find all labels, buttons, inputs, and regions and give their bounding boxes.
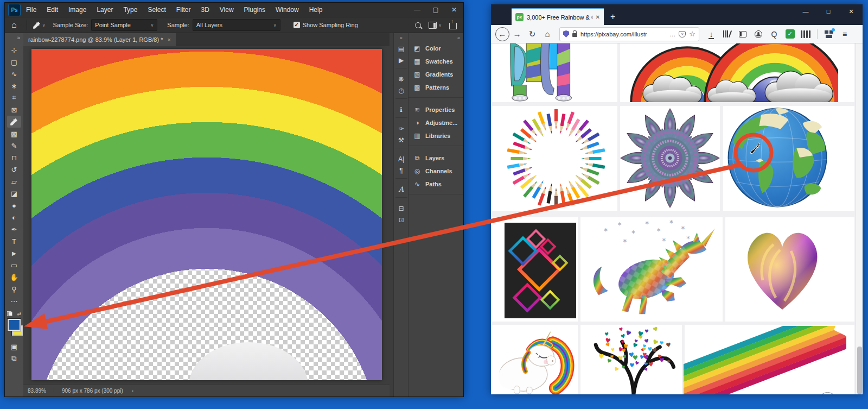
screen-mode-button[interactable]: ⧉ (7, 353, 21, 364)
canvas[interactable] (31, 49, 382, 380)
pen-tool[interactable]: ✒ (7, 223, 21, 235)
clone-stamp-tool[interactable]: ⊓ (7, 152, 21, 163)
extensions-icon[interactable] (822, 28, 835, 41)
close-icon[interactable]: × (167, 36, 170, 43)
panel-tab-properties[interactable]: ≋Properties (409, 103, 463, 116)
panel-tab-gradients[interactable]: ▧Gradients (409, 68, 463, 81)
home-button[interactable]: ⌂ (540, 29, 555, 39)
gradient-tool[interactable]: ◪ (7, 187, 21, 199)
menu-image[interactable]: Image (68, 6, 86, 14)
reload-button[interactable]: ↻ (525, 29, 540, 39)
menu-3d[interactable]: 3D (201, 6, 209, 14)
panel-tab-adjustme[interactable]: ◑Adjustme... (409, 116, 463, 129)
zoom-tool[interactable]: ⚲ (7, 283, 21, 295)
heart-tree-illustration[interactable]: ♥♥♥♥♥♥♥♥♥♥♥♥♥♥♥♥♥♥♥♥♥♥♥♥♥♥♥♥♥♥♥♥♥♥♥♥♥♥♥♥… (584, 326, 681, 394)
minimize-button[interactable]: — (794, 4, 817, 18)
diamond-pattern-illustration[interactable] (505, 223, 576, 318)
tracking-shield-icon[interactable] (563, 30, 569, 37)
healing-brush-tool[interactable]: ▩ (7, 128, 21, 140)
pocket-icon[interactable]: ∨ (679, 31, 686, 37)
menu-filter[interactable]: Filter (176, 6, 191, 14)
scrollbar[interactable] (856, 43, 863, 394)
forward-button[interactable]: → (509, 29, 525, 39)
blur-tool[interactable]: ● (7, 199, 21, 211)
checker-extension-icon[interactable]: ✓ (783, 28, 796, 41)
menu-help[interactable]: Help (309, 6, 323, 14)
version-history-panel-icon[interactable]: ▤ (395, 43, 407, 54)
globe-illustration[interactable] (724, 104, 831, 211)
show-sampling-ring-checkbox[interactable]: ✓ (293, 22, 300, 28)
bookmark-star-icon[interactable]: ☆ (689, 30, 695, 38)
close-tab-icon[interactable]: ✕ (596, 14, 600, 20)
hand-tool[interactable]: ✋ (7, 271, 21, 283)
notes-panel-icon[interactable]: ⊟ (395, 203, 407, 214)
cartoon-unicorn-illustration[interactable] (491, 329, 577, 394)
download-icon[interactable]: ↓ (705, 28, 718, 41)
panel-tab-libraries[interactable]: ▥Libraries (409, 129, 463, 142)
account-icon[interactable] (752, 28, 765, 41)
pencil-circle-illustration[interactable] (505, 107, 608, 210)
foreground-color-swatch[interactable] (8, 319, 21, 331)
menu-plugins[interactable]: Plugins (244, 6, 265, 14)
iridescent-heart-illustration[interactable] (728, 216, 837, 317)
close-button[interactable]: ✕ (445, 3, 463, 17)
actions-panel-icon[interactable]: ▶ (395, 54, 407, 66)
character-panel-icon[interactable]: A| (395, 153, 407, 165)
navigator-panel-icon[interactable]: ☸ (395, 73, 407, 85)
swap-swatches-icon[interactable]: ⇄ (17, 311, 21, 317)
lock-icon[interactable] (572, 33, 577, 37)
chevron-down-icon[interactable]: ∨ (42, 23, 46, 28)
minimize-button[interactable]: — (408, 3, 426, 17)
elephant-illustration[interactable] (510, 43, 583, 102)
move-tool[interactable]: ⊹ (7, 44, 21, 56)
quick-mask-button[interactable]: ▣ (7, 341, 21, 353)
path-selection-tool[interactable]: ► (7, 247, 21, 259)
panel-tab-paths[interactable]: ∿Paths (409, 178, 463, 191)
panel-tab-color[interactable]: ◩Color (409, 42, 463, 55)
clone-source-panel-icon[interactable]: ⚒ (395, 134, 407, 146)
collapse-panels-icon[interactable]: « (400, 35, 403, 41)
maximize-button[interactable]: ▢ (426, 3, 445, 17)
zoom-level[interactable]: 83.89% (28, 388, 46, 394)
paragraph-panel-icon[interactable]: ¶ (395, 165, 407, 176)
collapse-panels-icon[interactable]: « (409, 33, 463, 42)
document-tab[interactable]: rainbow-2278774.png @ 83.9% (Layer 1, RG… (23, 33, 176, 46)
search-extension-icon[interactable]: Q (768, 28, 781, 41)
search-icon[interactable] (415, 22, 421, 28)
mosaic-unicorn-illustration[interactable]: **** **** ** (582, 220, 721, 320)
glyphs-panel-icon[interactable]: A (395, 184, 407, 195)
maximize-button[interactable]: □ (817, 4, 840, 18)
menu-window[interactable]: Window (276, 6, 299, 14)
more-tools[interactable]: ⋯ (7, 295, 21, 307)
quick-selection-tool[interactable]: ∗ (7, 80, 21, 92)
share-icon[interactable] (449, 23, 457, 29)
rainbow-clouds-illustration[interactable] (624, 43, 838, 102)
collapse-toolbar-button[interactable]: » (17, 35, 20, 41)
frame-tool[interactable]: ⊠ (7, 104, 21, 116)
panel-tab-layers[interactable]: ⧉Layers (409, 152, 463, 165)
library-icon[interactable] (720, 28, 733, 41)
dodge-tool[interactable]: ◐ (7, 211, 21, 223)
sample-size-dropdown[interactable]: Point Sample ∨ (91, 19, 157, 31)
history-brush-tool[interactable]: ↺ (7, 163, 21, 175)
workspace-switcher[interactable]: ∨ (429, 22, 442, 29)
brush-tool[interactable]: ✎ (7, 140, 21, 152)
menu-view[interactable]: View (220, 6, 234, 14)
brush-settings-panel-icon[interactable]: ✑ (395, 123, 407, 134)
type-tool[interactable]: T (7, 235, 21, 247)
url-text[interactable]: https://pixabay.com/illustr (580, 31, 666, 37)
home-icon[interactable]: ⌂ (11, 20, 17, 30)
panel-tab-swatches[interactable]: ▦Swatches (409, 55, 463, 68)
crop-tool[interactable]: ⌗ (7, 92, 21, 104)
status-chevron-icon[interactable]: › (132, 388, 133, 394)
menu-type[interactable]: Type (123, 6, 137, 14)
page-actions-icon[interactable]: … (669, 31, 675, 37)
browser-tab[interactable]: px 3,000+ Free Rainbow & Colorfu ✕ (512, 8, 604, 25)
default-swatches-icon[interactable] (7, 311, 12, 316)
rainbow-banner-illustration[interactable] (684, 326, 846, 394)
panel-tab-channels[interactable]: ◎Channels (409, 165, 463, 178)
grid-extension-icon[interactable] (799, 28, 812, 41)
mandala-illustration[interactable] (618, 106, 722, 210)
info-panel-icon[interactable]: ℹ (395, 104, 407, 115)
menu-file[interactable]: File (26, 6, 36, 14)
